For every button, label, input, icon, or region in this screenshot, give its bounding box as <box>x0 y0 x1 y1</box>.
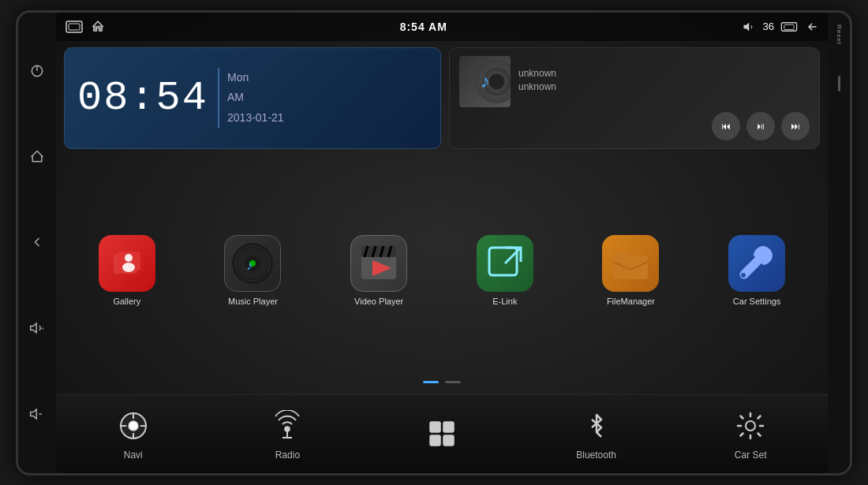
music-icon: ♪ <box>224 235 281 292</box>
bottom-nav: Navi Radio <box>56 394 828 473</box>
app-music[interactable]: ♪ Music Player <box>213 235 292 306</box>
app-gallery[interactable]: Gallery <box>88 235 166 306</box>
volume-status-icon <box>743 21 757 33</box>
svg-text:♪: ♪ <box>246 259 253 272</box>
svg-point-11 <box>125 254 133 262</box>
power-button[interactable] <box>26 60 48 82</box>
fast-forward-button[interactable]: ⏭ <box>781 112 810 140</box>
elink-icon <box>477 235 533 292</box>
carset-label: Car Set <box>735 450 767 461</box>
svg-line-27 <box>505 248 521 263</box>
volume-up-button[interactable]: + <box>26 317 48 339</box>
radio-icon <box>271 410 303 442</box>
filemanager-icon <box>602 235 659 292</box>
clock-date: 2013-01-21 <box>227 108 284 128</box>
carsettings-label: Car Settings <box>733 297 781 306</box>
page-dot-1 <box>423 381 439 383</box>
music-note-icon: ♪ <box>481 70 490 92</box>
apps-center-icon-wrap <box>423 415 461 453</box>
page-dot-2 <box>445 381 461 383</box>
bluetooth-icon-wrap <box>578 407 615 445</box>
svg-rect-34 <box>430 422 440 432</box>
elink-svg <box>481 240 529 287</box>
left-buttons: + <box>18 13 56 473</box>
app-video[interactable]: Video Player <box>339 235 418 306</box>
carsettings-icon <box>728 235 785 292</box>
track-name: unknown <box>518 68 810 79</box>
apps-grid-icon <box>426 418 458 450</box>
status-time: 8:54 AM <box>400 21 447 33</box>
video-icon <box>350 235 407 292</box>
album-art: ♪ <box>459 56 511 107</box>
mic-indicator <box>838 76 840 91</box>
svg-point-31 <box>285 427 290 431</box>
nav-carset[interactable]: Car Set <box>703 407 798 461</box>
gallery-icon <box>99 235 155 292</box>
svg-point-12 <box>122 263 135 272</box>
volume-level: 36 <box>763 21 774 32</box>
rewind-button[interactable]: ⏮ <box>712 112 740 140</box>
nav-navi[interactable]: Navi <box>86 407 181 461</box>
back-side-button[interactable] <box>26 231 48 253</box>
elink-label: E-Link <box>492 297 517 306</box>
app-carsettings[interactable]: Car Settings <box>717 235 796 306</box>
device-frame: + 8:54 <box>16 10 852 476</box>
nav-radio[interactable]: Radio <box>240 407 335 461</box>
apps-grid: Gallery ♪ <box>56 155 828 394</box>
main-screen: 8:54 AM 36 <box>56 13 828 473</box>
home-side-button[interactable] <box>26 146 48 168</box>
filemanager-svg <box>607 240 654 287</box>
svg-rect-26 <box>489 248 517 275</box>
media-top: ♪ unknown unknown <box>459 56 810 107</box>
media-controls: ⏮ ⏯ ⏭ <box>459 112 810 140</box>
svg-rect-36 <box>430 435 440 446</box>
svg-text:+: + <box>41 326 44 332</box>
svg-rect-35 <box>443 422 454 432</box>
gallery-svg <box>107 244 147 283</box>
home-status-icon <box>91 20 105 34</box>
video-label: Video Player <box>354 297 403 306</box>
svg-point-28 <box>741 273 746 278</box>
app-elink[interactable]: E-Link <box>466 235 544 306</box>
radio-label: Radio <box>275 450 300 461</box>
window-icon <box>65 21 83 33</box>
svg-rect-6 <box>69 24 80 30</box>
video-svg <box>355 240 402 287</box>
volume-down-button[interactable] <box>26 403 48 425</box>
clock-time: 08:54 <box>77 75 208 121</box>
filemanager-label: FileManager <box>607 297 655 306</box>
svg-rect-37 <box>443 435 454 446</box>
right-panel: Reset <box>828 13 850 473</box>
media-widget: ♪ unknown unknown ⏮ ⏯ ⏭ <box>449 47 820 149</box>
svg-point-38 <box>746 421 755 431</box>
svg-rect-8 <box>784 24 794 29</box>
status-right-icons: 36 <box>743 21 818 33</box>
svg-point-30 <box>129 421 138 431</box>
status-left-icons <box>65 20 105 34</box>
clock-info: Mon AM 2013-01-21 <box>218 68 284 128</box>
status-bar: 8:54 AM 36 <box>56 13 828 41</box>
bluetooth-label: Bluetooth <box>576 450 616 461</box>
gallery-label: Gallery <box>113 297 140 306</box>
app-filemanager[interactable]: FileManager <box>591 235 670 306</box>
play-pause-button[interactable]: ⏯ <box>746 112 775 140</box>
clock-period: AM <box>227 88 284 107</box>
navi-icon-wrap <box>114 407 152 445</box>
clock-day: Mon <box>227 68 284 88</box>
multitask-icon <box>780 21 798 32</box>
artist-name: unknown <box>518 81 810 92</box>
nav-apps-center[interactable] <box>395 415 489 453</box>
carsettings-svg <box>733 240 780 287</box>
reset-label[interactable]: Reset <box>836 24 843 45</box>
nav-bluetooth[interactable]: Bluetooth <box>549 407 644 461</box>
music-label: Music Player <box>228 297 278 306</box>
widgets-area: 08:54 Mon AM 2013-01-21 ♪ unknown unkno <box>56 41 828 155</box>
navi-label: Navi <box>124 450 143 461</box>
pagination-dots <box>64 378 820 386</box>
radio-icon-wrap <box>268 407 306 445</box>
navi-icon <box>118 410 149 442</box>
apps-row: Gallery ♪ <box>64 163 820 378</box>
carset-gear-icon <box>735 410 766 442</box>
clock-widget: 08:54 Mon AM 2013-01-21 <box>64 47 441 149</box>
back-status-icon <box>804 21 818 33</box>
